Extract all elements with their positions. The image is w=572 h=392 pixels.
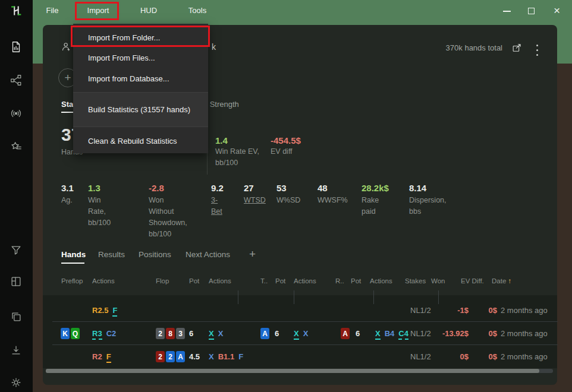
- menu-separator: [73, 92, 208, 93]
- action-token[interactable]: F: [112, 306, 117, 317]
- filter-icon[interactable]: [10, 244, 23, 257]
- menu-item-import-from-files[interactable]: Import From Files...: [73, 48, 208, 68]
- minimize-icon[interactable]: [503, 11, 511, 12]
- stat-label: W%SD: [276, 195, 300, 206]
- column-header-preflop[interactable]: Preflop: [61, 277, 83, 284]
- action-token[interactable]: R2.5: [92, 306, 108, 317]
- date-cell: 2 months ago: [501, 352, 548, 361]
- winrate-ev-value: 1.4: [215, 135, 228, 146]
- menubar-item-file[interactable]: File: [46, 6, 59, 15]
- table-row[interactable]: R2.5FNL1/2-1$0$2 months ago: [43, 299, 557, 322]
- table-row[interactable]: KQR3C22836XXA6XXA6XB4C4NL1/2-13.92$0$2 m…: [43, 322, 557, 345]
- hole-cards: 22A: [156, 351, 186, 362]
- stat-label: WWSF%: [318, 195, 348, 206]
- stat-label-line: Ag.: [61, 195, 73, 206]
- pot-value: 6: [189, 329, 193, 338]
- share-icon[interactable]: [10, 74, 23, 87]
- actions-cell: XX: [209, 329, 227, 340]
- action-token[interactable]: X: [303, 329, 309, 340]
- tab-hands[interactable]: Hands: [61, 250, 86, 259]
- stat-value: 53: [276, 183, 287, 193]
- hand2note-logo: [10, 4, 23, 17]
- column-tick: [238, 290, 238, 304]
- stat-value: 9.2: [211, 183, 224, 193]
- ev-diff-cell: 0$: [461, 306, 497, 315]
- menu-item-build-statistics-31557-hands[interactable]: Build Statistics (31557 hands): [73, 100, 208, 119]
- reports-icon[interactable]: [10, 40, 23, 53]
- action-token[interactable]: X: [209, 329, 214, 340]
- action-token[interactable]: R2: [92, 352, 102, 363]
- kebab-icon[interactable]: [536, 43, 538, 57]
- action-token[interactable]: B1.1: [218, 352, 234, 362]
- scrollbar-thumb[interactable]: [46, 369, 539, 373]
- table-row[interactable]: R2F22A4.5XB1.1FNL1/20$0$2 months ago: [43, 345, 557, 368]
- action-token[interactable]: F: [106, 352, 111, 363]
- card-A-h: A: [341, 328, 350, 339]
- row-separator: [52, 321, 558, 322]
- broadcast-icon[interactable]: [10, 107, 23, 120]
- column-header-flop[interactable]: Flop: [156, 277, 169, 284]
- maximize-icon[interactable]: [528, 8, 535, 14]
- pot-value: 4.5: [189, 352, 200, 361]
- action-token[interactable]: X: [375, 329, 381, 340]
- highlight-box-import-from-folder: [71, 26, 210, 47]
- date-cell: 2 months ago: [501, 306, 548, 315]
- column-header-stakes[interactable]: Stakes: [405, 277, 426, 284]
- column-header-actions[interactable]: Actions: [370, 277, 392, 284]
- column-header-actions[interactable]: Actions: [209, 277, 231, 284]
- stat-label-line: bb/100: [149, 229, 187, 240]
- action-token[interactable]: X: [294, 329, 299, 340]
- column-header-date[interactable]: Date ↑: [492, 277, 511, 284]
- stat-value: 27: [244, 183, 254, 193]
- menubar-item-hud[interactable]: HUD: [140, 6, 157, 15]
- card-A-d: A: [260, 328, 269, 339]
- stat-value: 1.3: [88, 183, 100, 193]
- ev-diff-cell: 0$: [461, 329, 497, 338]
- column-header-evdiff[interactable]: EV Diff.: [461, 277, 484, 284]
- stat-value: 28.2k$: [362, 183, 389, 193]
- menu-item-clean-rebuild-statistics[interactable]: Clean & Rebuild Statistics: [73, 131, 208, 151]
- column-header-t[interactable]: T..: [260, 277, 268, 284]
- card-A-d: A: [176, 351, 185, 362]
- column-header-r[interactable]: R..: [335, 277, 344, 284]
- pot-value: 6: [356, 329, 360, 338]
- hands-total-label: 370k hands total: [446, 43, 502, 52]
- column-header-pot[interactable]: Pot: [275, 277, 285, 284]
- action-token[interactable]: C2: [106, 329, 117, 340]
- card-2-s: 2: [156, 328, 165, 339]
- card-3-s: 3: [176, 328, 185, 339]
- add-tab-button[interactable]: +: [249, 248, 256, 261]
- tab-positions[interactable]: Positions: [139, 250, 171, 259]
- settings-icon[interactable]: [10, 376, 23, 389]
- popout-icon[interactable]: [511, 42, 523, 57]
- layers-icon[interactable]: [10, 310, 23, 323]
- action-token[interactable]: F: [238, 352, 243, 362]
- column-header-pot[interactable]: Pot: [189, 277, 199, 284]
- action-token[interactable]: X: [209, 352, 214, 362]
- stat-label-line: Showdown,: [149, 217, 187, 229]
- active-hands-tab-underline: [61, 263, 84, 264]
- tab-next-actions[interactable]: Next Actions: [186, 250, 230, 259]
- column-header-pot[interactable]: Pot: [351, 277, 361, 284]
- tab-results[interactable]: Results: [98, 250, 125, 259]
- horizontal-scrollbar[interactable]: [46, 369, 553, 373]
- action-token[interactable]: B4: [385, 329, 395, 340]
- action-token[interactable]: X: [218, 329, 224, 340]
- layout-icon[interactable]: [10, 275, 23, 288]
- action-token[interactable]: R3: [92, 329, 102, 340]
- action-token[interactable]: C4: [398, 329, 408, 340]
- close-icon[interactable]: ×: [554, 5, 560, 16]
- menubar-item-tools[interactable]: Tools: [188, 6, 206, 15]
- actions-cell: R2F: [92, 352, 115, 363]
- download-icon[interactable]: [10, 344, 23, 357]
- favorites-icon[interactable]: [10, 140, 23, 153]
- column-header-actions[interactable]: Actions: [294, 277, 316, 284]
- stat-label[interactable]: WTSD: [244, 195, 266, 206]
- stat-label[interactable]: 3-Bet: [211, 195, 222, 217]
- menu-item-import-from-database[interactable]: Import from Database...: [73, 69, 208, 88]
- column-header-won[interactable]: Won: [431, 277, 445, 284]
- card-2-d: 2: [166, 351, 175, 362]
- player-name-fragment: k: [212, 42, 216, 52]
- column-header-actions[interactable]: Actions: [92, 277, 115, 284]
- actions-cell: R2.5F: [92, 306, 121, 317]
